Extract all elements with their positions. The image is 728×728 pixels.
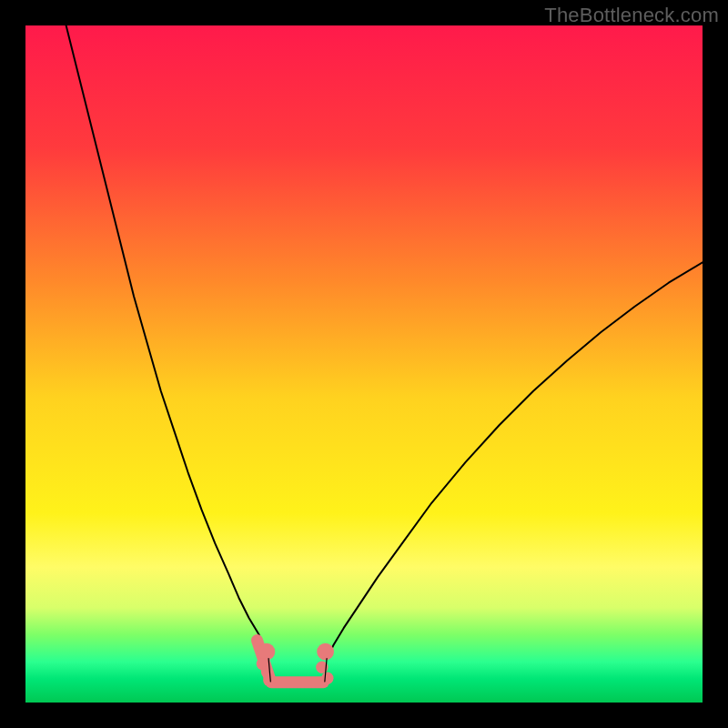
chart-svg: [25, 25, 703, 703]
marker-dot: [317, 643, 334, 661]
watermark-label: TheBottleneck.com: [544, 4, 719, 27]
marker-dot: [263, 674, 275, 686]
marker-dot: [258, 643, 275, 661]
chart-frame: TheBottleneck.com: [0, 0, 728, 728]
marker-dot: [321, 672, 333, 684]
plot-area: [25, 25, 703, 703]
gradient-background: [25, 25, 703, 703]
